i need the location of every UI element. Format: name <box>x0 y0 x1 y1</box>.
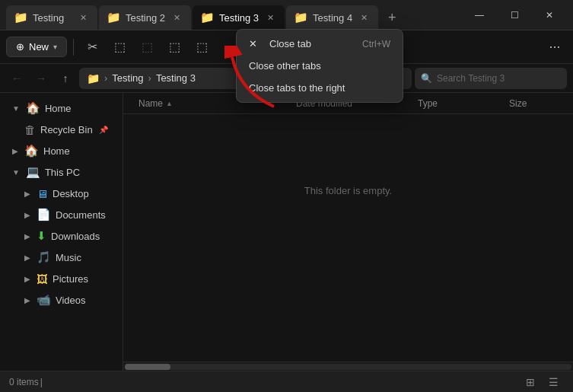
tab-label-2: Testing 2 <box>126 12 165 24</box>
ctx-close-other-tabs[interactable]: Close other tabs <box>240 55 400 77</box>
maximize-button[interactable]: ☐ <box>497 3 532 27</box>
breadcrumb-testing[interactable]: Testing <box>112 72 143 84</box>
address-sep-1: › <box>104 72 107 84</box>
scrollbar-track <box>125 364 571 370</box>
tab-label-1: Testing <box>33 12 64 24</box>
search-bar[interactable]: 🔍 Search Testing 3 <box>415 68 567 89</box>
grid-view-button[interactable]: ⊞ <box>520 374 541 390</box>
sidebar: ▼ 🏠 Home 🗑 Recycle Bin 📌 ▶ 🏠 Home ▼ 💻 Th… <box>0 93 123 371</box>
tab-close-4[interactable]: ✕ <box>357 11 371 24</box>
sidebar-item-thispc[interactable]: ▼ 💻 This PC <box>3 161 119 183</box>
title-bar: 📁 Testing ✕ 📁 Testing 2 ✕ 📁 Testing 3 ✕ … <box>0 0 573 30</box>
horizontal-scrollbar[interactable] <box>123 362 573 371</box>
empty-text: This folder is empty. <box>304 185 392 196</box>
home-chevron-icon: ▼ <box>12 104 20 113</box>
ctx-close-tab[interactable]: ✕ Close tab Ctrl+W <box>240 33 400 55</box>
sidebar-item-music[interactable]: ▶ 🎵 Music <box>3 247 119 268</box>
tab-close-3[interactable]: ✕ <box>263 11 277 24</box>
sidebar-item-recycle-label: Recycle Bin <box>40 124 93 135</box>
paste-button[interactable]: ⬚ <box>135 35 159 59</box>
rename-button[interactable]: ⬚ <box>162 35 186 59</box>
thispc-chevron-icon: ▼ <box>12 168 20 177</box>
col-size-label: Size <box>509 98 527 109</box>
more-options-button[interactable]: ··· <box>543 35 567 59</box>
address-folder-icon: 📁 <box>87 72 100 84</box>
sidebar-item-videos[interactable]: ▶ 📹 Videos <box>3 289 119 311</box>
tab-folder-icon-2: 📁 <box>107 11 121 24</box>
minimize-button[interactable]: — <box>462 3 497 27</box>
search-placeholder: Search Testing 3 <box>437 73 505 84</box>
status-cursor: | <box>40 377 43 387</box>
home-icon: 🏠 <box>26 101 40 115</box>
sidebar-item-videos-label: Videos <box>56 295 86 306</box>
recycle-pin-icon: 📌 <box>99 126 108 134</box>
ctx-close-right-label: Close tabs to the right <box>249 82 345 94</box>
sidebar-item-desktop[interactable]: ▶ 🖥 Desktop <box>3 183 119 204</box>
breadcrumb-testing3[interactable]: Testing 3 <box>156 72 196 84</box>
ctx-close-tab-shortcut: Ctrl+W <box>362 39 390 49</box>
sidebar-item-pictures-label: Pictures <box>53 273 88 285</box>
col-header-size[interactable]: Size <box>503 98 564 109</box>
tab-folder-icon-4: 📁 <box>294 11 308 24</box>
list-view-button[interactable]: ☰ <box>543 374 564 390</box>
sidebar-item-documents[interactable]: ▶ 📄 Documents <box>3 204 119 225</box>
videos-chevron-icon: ▶ <box>24 296 30 304</box>
col-type-label: Type <box>418 98 438 109</box>
status-bar: 0 items | ⊞ ☰ <box>0 371 573 392</box>
back-button[interactable]: ← <box>6 68 27 89</box>
sidebar-item-music-label: Music <box>56 252 81 263</box>
tab-testing-4[interactable]: 📁 Testing 4 ✕ <box>286 5 378 30</box>
ctx-close-tabs-right[interactable]: Close tabs to the right <box>240 77 400 99</box>
main-area: ▼ 🏠 Home 🗑 Recycle Bin 📌 ▶ 🏠 Home ▼ 💻 Th… <box>0 93 573 371</box>
ctx-close-other-inner: Close other tabs <box>249 60 321 72</box>
new-button[interactable]: ⊕ New ▾ <box>6 37 67 57</box>
status-items-count: 0 items <box>9 377 39 387</box>
sidebar-item-home[interactable]: ▼ 🏠 Home <box>3 97 119 119</box>
new-plus-icon: ⊕ <box>16 41 24 53</box>
content-area: Name ▲ Date modified Type Size This fold… <box>123 93 573 371</box>
toolbar-separator-1 <box>73 39 74 56</box>
sidebar-item-recycle-bin[interactable]: 🗑 Recycle Bin 📌 <box>3 119 119 140</box>
downloads-chevron-icon: ▶ <box>24 232 30 241</box>
tab-folder-icon-3: 📁 <box>200 11 215 24</box>
music-chevron-icon: ▶ <box>24 253 30 262</box>
search-icon: 🔍 <box>421 73 432 84</box>
close-button[interactable]: ✕ <box>532 3 567 27</box>
tab-close-2[interactable]: ✕ <box>170 11 183 24</box>
sidebar-item-thispc-label: This PC <box>45 167 80 178</box>
ctx-close-right-inner: Close tabs to the right <box>249 82 345 94</box>
tab-close-1[interactable]: ✕ <box>76 11 90 24</box>
pictures-icon: 🖼 <box>37 272 48 285</box>
desktop-icon: 🖥 <box>37 187 48 200</box>
scrollbar-thumb[interactable] <box>125 364 170 370</box>
up-button[interactable]: ↑ <box>55 68 76 89</box>
delete-button[interactable]: ⬚ <box>189 35 214 59</box>
col-sort-icon: ▲ <box>166 100 173 107</box>
tab-testing-2[interactable]: 📁 Testing 2 ✕ <box>99 5 191 30</box>
videos-icon: 📹 <box>37 293 51 307</box>
home2-icon: 🏠 <box>24 144 39 158</box>
thispc-icon: 💻 <box>26 165 40 179</box>
tab-label-4: Testing 4 <box>313 12 352 24</box>
col-name-label: Name <box>138 98 163 109</box>
sidebar-item-home2-label: Home <box>43 145 70 157</box>
window-controls: — ☐ ✕ <box>462 3 567 27</box>
ctx-close-tab-inner: ✕ Close tab <box>249 38 311 49</box>
documents-chevron-icon: ▶ <box>24 211 30 219</box>
ctx-close-other-label: Close other tabs <box>249 60 321 72</box>
tab-testing-1[interactable]: 📁 Testing ✕ <box>6 5 97 30</box>
col-header-type[interactable]: Type <box>412 98 503 109</box>
forward-button[interactable]: → <box>30 68 52 89</box>
ctx-close-icon: ✕ <box>249 38 257 49</box>
tab-testing-3[interactable]: 📁 Testing 3 ✕ <box>193 5 285 30</box>
tabs-area: 📁 Testing ✕ 📁 Testing 2 ✕ 📁 Testing 3 ✕ … <box>6 0 456 30</box>
cut-button[interactable]: ✂ <box>80 35 104 59</box>
sidebar-item-home2[interactable]: ▶ 🏠 Home <box>3 140 119 161</box>
ctx-close-tab-label: Close tab <box>269 38 311 49</box>
sidebar-item-pictures[interactable]: ▶ 🖼 Pictures <box>3 268 119 289</box>
add-tab-button[interactable]: + <box>380 5 404 30</box>
recycle-bin-icon: 🗑 <box>24 123 36 136</box>
copy-button[interactable]: ⬚ <box>107 35 132 59</box>
sidebar-item-downloads[interactable]: ▶ ⬇ Downloads <box>3 225 119 247</box>
pictures-chevron-icon: ▶ <box>24 275 30 283</box>
